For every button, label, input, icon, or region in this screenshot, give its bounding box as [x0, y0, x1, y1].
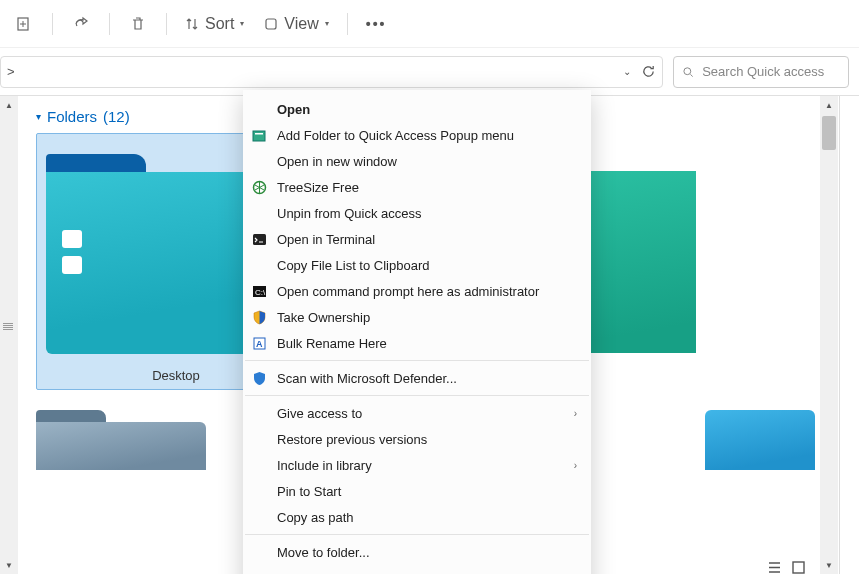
pane-scrollbar[interactable]: ▲ ▼ [820, 96, 838, 574]
svg-point-4 [684, 67, 691, 74]
cmd-icon: C:\ [251, 283, 267, 299]
sort-button[interactable]: Sort ▾ [177, 6, 252, 42]
chevron-down-icon: ▾ [325, 19, 329, 28]
share-button[interactable] [63, 6, 99, 42]
more-button[interactable]: ••• [358, 6, 395, 42]
menu-item-label: Copy as path [277, 510, 354, 525]
scroll-up-icon[interactable]: ▲ [820, 96, 838, 114]
scroll-track[interactable] [820, 114, 838, 556]
svg-rect-8 [255, 133, 263, 135]
separator [109, 13, 110, 35]
menu-item-label: Restore previous versions [277, 432, 427, 447]
svg-rect-3 [266, 19, 276, 29]
menu-item-label: Open in new window [277, 154, 397, 169]
breadcrumb: > [7, 64, 15, 79]
addr-dropdown[interactable]: ⌄ [623, 66, 631, 77]
menu-item[interactable]: TreeSize Free [243, 174, 591, 200]
view-label: View [284, 15, 318, 33]
menu-item[interactable]: Pin to Start [243, 478, 591, 504]
menu-item-label: Pin to Start [277, 484, 341, 499]
refresh-button[interactable] [641, 64, 656, 79]
menu-item-label: Open in Terminal [277, 232, 375, 247]
scroll-track[interactable] [0, 114, 18, 556]
menu-item-label: Bulk Rename Here [277, 336, 387, 351]
toolbar: Sort ▾ View ▾ ••• [0, 0, 859, 48]
address-bar[interactable]: > ⌄ [0, 56, 663, 88]
scroll-down-icon[interactable]: ▼ [820, 556, 838, 574]
defender-icon [251, 370, 267, 386]
menu-item[interactable]: Include in library› [243, 452, 591, 478]
svg-text:C:\: C:\ [255, 288, 266, 297]
folder-label: Desktop [152, 362, 200, 389]
search-icon [682, 65, 694, 79]
folder-item[interactable] [36, 410, 206, 470]
sort-label: Sort [205, 15, 234, 33]
menu-item[interactable]: Open in Terminal [243, 226, 591, 252]
share-icon [73, 16, 89, 32]
shield-icon [251, 309, 267, 325]
menu-item[interactable]: Send to› [243, 565, 591, 574]
menu-item-label: Unpin from Quick access [277, 206, 422, 221]
menu-item[interactable]: Copy File List to Clipboard [243, 252, 591, 278]
submenu-arrow-icon: › [574, 460, 577, 471]
chevron-down-icon: ▾ [240, 19, 244, 28]
svg-text:A: A [256, 339, 263, 349]
menu-item[interactable]: Add Folder to Quick Access Popup menu [243, 122, 591, 148]
separator [347, 13, 348, 35]
folders-label: Folders [47, 108, 97, 125]
collapse-icon: ▾ [36, 111, 41, 122]
menu-item-label: Open command prompt here as administrato… [277, 284, 539, 299]
menu-item[interactable]: Take Ownership [243, 304, 591, 330]
folder-item[interactable] [705, 410, 815, 470]
view-icon [264, 17, 278, 31]
nav-scrollbar[interactable]: ▲ ▼ [0, 96, 18, 574]
treesize-icon [251, 179, 267, 195]
menu-item-label: Open [277, 102, 310, 117]
delete-button[interactable] [120, 6, 156, 42]
scroll-up-icon[interactable]: ▲ [0, 96, 18, 114]
separator [52, 13, 53, 35]
menu-item-label: Copy File List to Clipboard [277, 258, 429, 273]
menu-item[interactable]: Open in new window [243, 148, 591, 174]
menu-item-label: Scan with Microsoft Defender... [277, 371, 457, 386]
address-row: > ⌄ [0, 48, 859, 96]
submenu-arrow-icon: › [574, 408, 577, 419]
svg-line-5 [690, 74, 692, 76]
menu-item-label: Include in library [277, 458, 372, 473]
view-toggles [767, 560, 807, 574]
menu-separator [245, 534, 589, 535]
trash-icon [130, 16, 146, 32]
menu-item[interactable]: C:\Open command prompt here as administr… [243, 278, 591, 304]
more-icon: ••• [366, 16, 387, 32]
view-button[interactable]: View ▾ [256, 6, 336, 42]
svg-rect-7 [253, 131, 265, 141]
menu-item[interactable]: Scan with Microsoft Defender... [243, 365, 591, 391]
terminal-icon [251, 231, 267, 247]
details-view-icon[interactable] [767, 560, 783, 574]
menu-item-label: Add Folder to Quick Access Popup menu [277, 128, 514, 143]
scroll-down-icon[interactable]: ▼ [0, 556, 18, 574]
folders-count: (12) [103, 108, 130, 125]
rename-icon: A [251, 335, 267, 351]
large-view-icon[interactable] [791, 560, 807, 574]
svg-rect-10 [253, 234, 266, 245]
menu-item-label: Send to [277, 571, 322, 575]
menu-item-label: TreeSize Free [277, 180, 359, 195]
menu-item-label: Give access to [277, 406, 362, 421]
menu-item[interactable]: Move to folder... [243, 539, 591, 565]
refresh-icon [641, 64, 656, 79]
menu-item[interactable]: Restore previous versions [243, 426, 591, 452]
menu-item[interactable]: Open [243, 96, 591, 122]
search-box[interactable] [673, 56, 849, 88]
menu-item[interactable]: ABulk Rename Here [243, 330, 591, 356]
menu-item[interactable]: Unpin from Quick access [243, 200, 591, 226]
window-edge [839, 96, 859, 574]
menu-item-label: Move to folder... [277, 545, 370, 560]
context-menu: OpenAdd Folder to Quick Access Popup men… [243, 90, 591, 574]
menu-item[interactable]: Give access to› [243, 400, 591, 426]
new-button[interactable] [6, 6, 42, 42]
search-input[interactable] [702, 64, 840, 79]
sort-icon [185, 17, 199, 31]
menu-item[interactable]: Copy as path [243, 504, 591, 530]
menu-separator [245, 395, 589, 396]
